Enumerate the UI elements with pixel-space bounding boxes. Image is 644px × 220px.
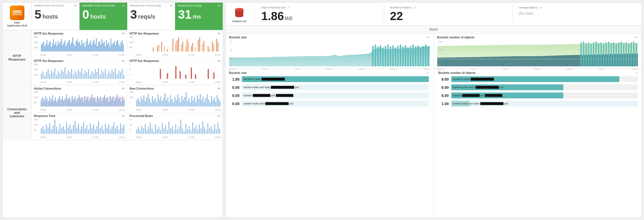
svg-rect-442 xyxy=(620,42,622,66)
svg-rect-247 xyxy=(160,97,161,107)
svg-rect-87 xyxy=(164,47,165,52)
svg-rect-352 xyxy=(157,129,158,134)
svg-rect-239 xyxy=(149,99,150,107)
svg-rect-96 xyxy=(187,39,188,52)
svg-rect-211 xyxy=(98,100,99,107)
svg-rect-125 xyxy=(64,68,65,79)
svg-rect-443 xyxy=(623,43,624,66)
svg-rect-238 xyxy=(148,94,149,107)
right-metric-latency-nodata: (No data) xyxy=(519,11,636,15)
svg-rect-386 xyxy=(214,125,215,134)
svg-rect-291 xyxy=(43,126,44,134)
svg-rect-155 xyxy=(115,68,116,79)
svg-rect-63 xyxy=(102,39,102,52)
svg-rect-368 xyxy=(184,131,185,134)
svg-rect-89 xyxy=(172,39,173,52)
svg-rect-228 xyxy=(122,97,123,107)
svg-rect-232 xyxy=(139,102,140,107)
svg-rect-248 xyxy=(162,101,163,107)
svg-rect-413 xyxy=(415,47,416,66)
svg-rect-324 xyxy=(98,122,99,134)
metric-3-label: Requests per second (avg) xyxy=(130,4,161,7)
svg-rect-264 xyxy=(184,97,185,107)
svg-rect-204 xyxy=(89,101,89,107)
svg-text:0.5: 0.5 xyxy=(230,57,235,59)
svg-rect-344 xyxy=(143,128,144,134)
svg-rect-177 xyxy=(51,99,52,107)
svg-rect-15 xyxy=(48,45,48,52)
svg-rect-19 xyxy=(52,43,53,52)
buckets-objects-table: Buckets number of objects 1d 9.00 terraf… xyxy=(438,71,638,215)
svg-rect-374 xyxy=(194,128,195,134)
chart-processed-bytes: Processed Bytes 4h 32 16 0 xyxy=(127,113,223,140)
svg-rect-106 xyxy=(209,49,210,52)
svg-rect-100 xyxy=(195,47,196,52)
svg-rect-76 xyxy=(116,42,117,52)
svg-text:2: 2 xyxy=(230,40,232,43)
svg-rect-115 xyxy=(48,69,48,79)
svg-rect-131 xyxy=(75,71,75,79)
svg-rect-241 xyxy=(152,96,153,107)
svg-rect-214 xyxy=(103,98,104,107)
svg-rect-35 xyxy=(70,45,71,52)
svg-rect-295 xyxy=(49,123,50,134)
svg-rect-223 xyxy=(115,98,116,107)
svg-rect-235 xyxy=(143,95,144,107)
svg-rect-86 xyxy=(161,42,162,52)
svg-rect-267 xyxy=(188,98,189,107)
svg-rect-304 xyxy=(64,130,65,134)
svg-rect-53 xyxy=(90,40,91,52)
svg-rect-253 xyxy=(169,102,170,107)
svg-rect-28 xyxy=(62,45,63,52)
svg-rect-9 xyxy=(41,45,42,52)
svg-rect-140 xyxy=(90,75,91,79)
svg-rect-38 xyxy=(73,44,74,52)
svg-rect-293 xyxy=(46,125,47,134)
new-connections-title: New Connections xyxy=(129,87,220,90)
svg-rect-61 xyxy=(99,41,100,52)
svg-rect-262 xyxy=(181,96,182,107)
bucket-obj-row-1: 6.00 worker-node-users--prd xyxy=(438,84,638,90)
right-metric-size-value: 1.86 xyxy=(261,10,284,22)
svg-rect-357 xyxy=(165,125,166,134)
svg-text:10: 10 xyxy=(438,48,442,51)
buckets-objects-chart-badge: 1w xyxy=(634,36,638,39)
svg-rect-141 xyxy=(91,71,92,79)
svg-rect-243 xyxy=(155,98,156,107)
svg-rect-330 xyxy=(108,125,109,134)
svg-rect-190 xyxy=(69,97,70,107)
svg-rect-104 xyxy=(204,41,204,52)
svg-rect-20 xyxy=(53,39,54,52)
svg-rect-199 xyxy=(82,97,82,107)
svg-rect-185 xyxy=(62,97,63,107)
area-charts-row: Buckets size 1w xyxy=(226,33,641,69)
svg-rect-122 xyxy=(60,73,60,79)
svg-rect-408 xyxy=(402,47,404,66)
svg-rect-250 xyxy=(165,93,166,107)
right-metric-size: Total s3 buckets size 1d 1.86 MiB xyxy=(259,5,380,23)
svg-rect-163 xyxy=(175,66,177,79)
svg-rect-343 xyxy=(141,125,142,134)
svg-rect-81 xyxy=(122,40,123,52)
svg-rect-389 xyxy=(219,128,220,134)
svg-rect-417 xyxy=(425,45,426,66)
svg-rect-440 xyxy=(615,44,617,66)
svg-rect-274 xyxy=(198,99,199,107)
svg-rect-42 xyxy=(78,43,79,52)
svg-rect-84 xyxy=(157,46,158,52)
svg-rect-102 xyxy=(199,37,200,52)
svg-rect-55 xyxy=(93,42,93,52)
svg-rect-30 xyxy=(64,40,65,52)
svg-rect-157 xyxy=(118,70,119,79)
svg-rect-252 xyxy=(168,97,168,107)
svg-rect-321 xyxy=(93,125,94,134)
svg-rect-127 xyxy=(68,70,69,79)
svg-rect-126 xyxy=(66,74,67,79)
metric-2-value: 0 xyxy=(82,8,89,21)
svg-rect-216 xyxy=(105,99,106,107)
svg-rect-50 xyxy=(87,39,88,52)
svg-rect-282 xyxy=(210,102,211,107)
bucket-obj-row-0: 9.00 terraform-state. xyxy=(438,76,638,82)
connections-section: Connections andLatencies Active Connecti… xyxy=(3,85,223,140)
svg-rect-406 xyxy=(397,46,399,66)
